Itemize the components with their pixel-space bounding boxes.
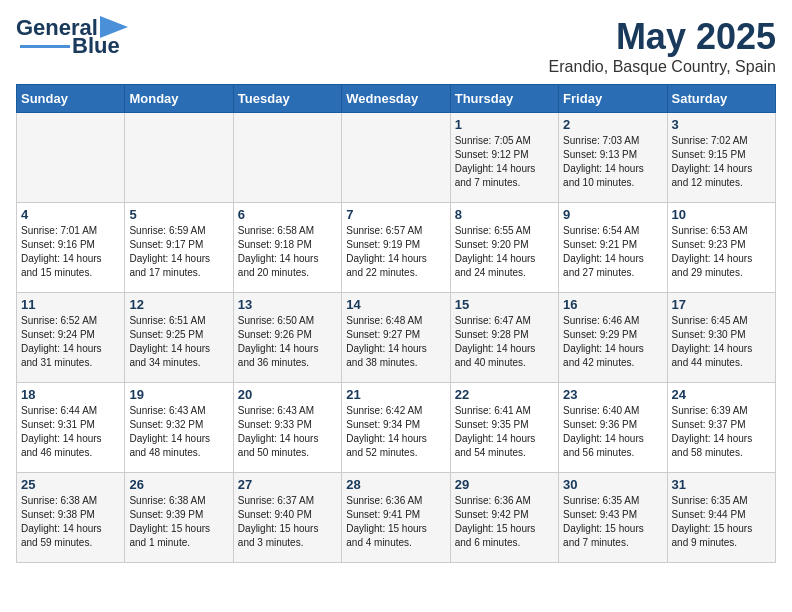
day-header-monday: Monday [125,85,233,113]
cell-info: Sunrise: 6:53 AMSunset: 9:23 PMDaylight:… [672,224,771,280]
day-number: 28 [346,477,445,492]
calendar-cell: 16Sunrise: 6:46 AMSunset: 9:29 PMDayligh… [559,293,667,383]
day-number: 2 [563,117,662,132]
calendar-cell: 14Sunrise: 6:48 AMSunset: 9:27 PMDayligh… [342,293,450,383]
cell-info: Sunrise: 6:43 AMSunset: 9:32 PMDaylight:… [129,404,228,460]
day-number: 11 [21,297,120,312]
title-block: May 2025 Erandio, Basque Country, Spain [549,16,776,76]
calendar-cell: 23Sunrise: 6:40 AMSunset: 9:36 PMDayligh… [559,383,667,473]
day-number: 15 [455,297,554,312]
calendar-cell: 4Sunrise: 7:01 AMSunset: 9:16 PMDaylight… [17,203,125,293]
day-number: 1 [455,117,554,132]
cell-info: Sunrise: 6:35 AMSunset: 9:44 PMDaylight:… [672,494,771,550]
day-number: 10 [672,207,771,222]
cell-info: Sunrise: 7:03 AMSunset: 9:13 PMDaylight:… [563,134,662,190]
cell-info: Sunrise: 6:52 AMSunset: 9:24 PMDaylight:… [21,314,120,370]
calendar-cell: 17Sunrise: 6:45 AMSunset: 9:30 PMDayligh… [667,293,775,383]
calendar-cell [342,113,450,203]
day-number: 20 [238,387,337,402]
day-number: 14 [346,297,445,312]
day-number: 23 [563,387,662,402]
day-number: 5 [129,207,228,222]
page-header: General Blue May 2025 Erandio, Basque Co… [16,16,776,76]
week-row-3: 11Sunrise: 6:52 AMSunset: 9:24 PMDayligh… [17,293,776,383]
calendar-cell: 31Sunrise: 6:35 AMSunset: 9:44 PMDayligh… [667,473,775,563]
day-number: 9 [563,207,662,222]
cell-info: Sunrise: 6:47 AMSunset: 9:28 PMDaylight:… [455,314,554,370]
calendar-cell: 8Sunrise: 6:55 AMSunset: 9:20 PMDaylight… [450,203,558,293]
calendar-cell: 29Sunrise: 6:36 AMSunset: 9:42 PMDayligh… [450,473,558,563]
day-number: 13 [238,297,337,312]
day-header-tuesday: Tuesday [233,85,341,113]
cell-info: Sunrise: 7:01 AMSunset: 9:16 PMDaylight:… [21,224,120,280]
calendar-cell: 22Sunrise: 6:41 AMSunset: 9:35 PMDayligh… [450,383,558,473]
week-row-4: 18Sunrise: 6:44 AMSunset: 9:31 PMDayligh… [17,383,776,473]
day-number: 27 [238,477,337,492]
day-number: 19 [129,387,228,402]
cell-info: Sunrise: 6:38 AMSunset: 9:38 PMDaylight:… [21,494,120,550]
day-header-thursday: Thursday [450,85,558,113]
cell-info: Sunrise: 6:45 AMSunset: 9:30 PMDaylight:… [672,314,771,370]
cell-info: Sunrise: 7:02 AMSunset: 9:15 PMDaylight:… [672,134,771,190]
day-number: 16 [563,297,662,312]
calendar-cell: 24Sunrise: 6:39 AMSunset: 9:37 PMDayligh… [667,383,775,473]
logo-text2: Blue [72,34,120,58]
day-number: 3 [672,117,771,132]
day-number: 4 [21,207,120,222]
calendar-cell: 7Sunrise: 6:57 AMSunset: 9:19 PMDaylight… [342,203,450,293]
day-number: 22 [455,387,554,402]
day-number: 21 [346,387,445,402]
cell-info: Sunrise: 6:44 AMSunset: 9:31 PMDaylight:… [21,404,120,460]
calendar-table: SundayMondayTuesdayWednesdayThursdayFrid… [16,84,776,563]
cell-info: Sunrise: 6:40 AMSunset: 9:36 PMDaylight:… [563,404,662,460]
cell-info: Sunrise: 6:57 AMSunset: 9:19 PMDaylight:… [346,224,445,280]
cell-info: Sunrise: 6:59 AMSunset: 9:17 PMDaylight:… [129,224,228,280]
day-number: 31 [672,477,771,492]
cell-info: Sunrise: 6:37 AMSunset: 9:40 PMDaylight:… [238,494,337,550]
calendar-cell: 11Sunrise: 6:52 AMSunset: 9:24 PMDayligh… [17,293,125,383]
calendar-cell: 6Sunrise: 6:58 AMSunset: 9:18 PMDaylight… [233,203,341,293]
cell-info: Sunrise: 6:39 AMSunset: 9:37 PMDaylight:… [672,404,771,460]
day-number: 30 [563,477,662,492]
calendar-cell: 30Sunrise: 6:35 AMSunset: 9:43 PMDayligh… [559,473,667,563]
day-number: 26 [129,477,228,492]
logo: General Blue [16,16,128,58]
day-number: 8 [455,207,554,222]
calendar-cell [17,113,125,203]
location-title: Erandio, Basque Country, Spain [549,58,776,76]
day-number: 12 [129,297,228,312]
cell-info: Sunrise: 6:41 AMSunset: 9:35 PMDaylight:… [455,404,554,460]
day-number: 6 [238,207,337,222]
header-row: SundayMondayTuesdayWednesdayThursdayFrid… [17,85,776,113]
calendar-cell: 25Sunrise: 6:38 AMSunset: 9:38 PMDayligh… [17,473,125,563]
calendar-cell: 18Sunrise: 6:44 AMSunset: 9:31 PMDayligh… [17,383,125,473]
calendar-cell: 15Sunrise: 6:47 AMSunset: 9:28 PMDayligh… [450,293,558,383]
calendar-cell: 3Sunrise: 7:02 AMSunset: 9:15 PMDaylight… [667,113,775,203]
week-row-1: 1Sunrise: 7:05 AMSunset: 9:12 PMDaylight… [17,113,776,203]
cell-info: Sunrise: 6:51 AMSunset: 9:25 PMDaylight:… [129,314,228,370]
day-number: 7 [346,207,445,222]
week-row-2: 4Sunrise: 7:01 AMSunset: 9:16 PMDaylight… [17,203,776,293]
month-title: May 2025 [549,16,776,58]
cell-info: Sunrise: 6:48 AMSunset: 9:27 PMDaylight:… [346,314,445,370]
calendar-cell [125,113,233,203]
calendar-cell: 12Sunrise: 6:51 AMSunset: 9:25 PMDayligh… [125,293,233,383]
cell-info: Sunrise: 6:42 AMSunset: 9:34 PMDaylight:… [346,404,445,460]
day-number: 17 [672,297,771,312]
calendar-cell: 1Sunrise: 7:05 AMSunset: 9:12 PMDaylight… [450,113,558,203]
day-header-wednesday: Wednesday [342,85,450,113]
cell-info: Sunrise: 6:55 AMSunset: 9:20 PMDaylight:… [455,224,554,280]
day-number: 24 [672,387,771,402]
cell-info: Sunrise: 6:38 AMSunset: 9:39 PMDaylight:… [129,494,228,550]
week-row-5: 25Sunrise: 6:38 AMSunset: 9:38 PMDayligh… [17,473,776,563]
cell-info: Sunrise: 6:54 AMSunset: 9:21 PMDaylight:… [563,224,662,280]
cell-info: Sunrise: 6:50 AMSunset: 9:26 PMDaylight:… [238,314,337,370]
calendar-cell: 13Sunrise: 6:50 AMSunset: 9:26 PMDayligh… [233,293,341,383]
calendar-cell: 20Sunrise: 6:43 AMSunset: 9:33 PMDayligh… [233,383,341,473]
cell-info: Sunrise: 6:36 AMSunset: 9:41 PMDaylight:… [346,494,445,550]
day-header-sunday: Sunday [17,85,125,113]
day-number: 18 [21,387,120,402]
calendar-cell: 21Sunrise: 6:42 AMSunset: 9:34 PMDayligh… [342,383,450,473]
calendar-cell [233,113,341,203]
day-header-saturday: Saturday [667,85,775,113]
